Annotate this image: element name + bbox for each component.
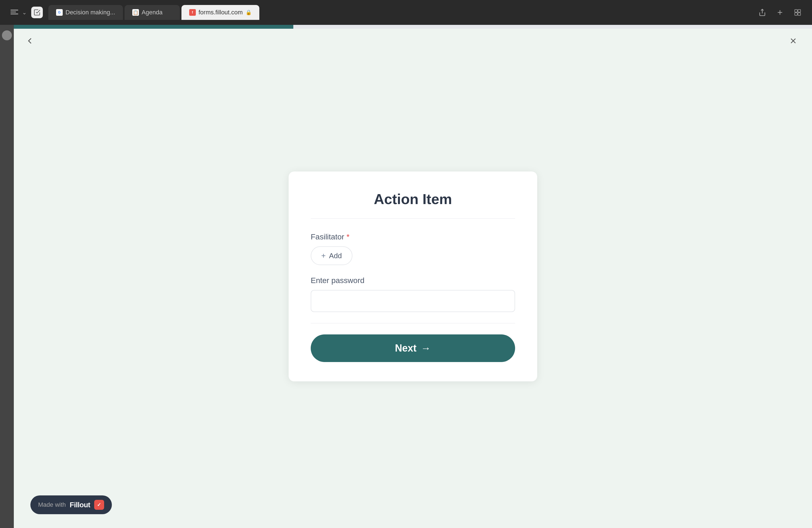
password-input[interactable] (311, 290, 515, 312)
close-button[interactable] (785, 33, 801, 48)
lock-icon: 🔒 (246, 10, 251, 15)
svg-rect-4 (798, 10, 800, 12)
fillout-badge[interactable]: Made with Fillout ✓ (30, 495, 112, 514)
form-title: Action Item (311, 191, 515, 219)
required-indicator: * (346, 233, 349, 241)
form-divider (311, 323, 515, 323)
app-icon (31, 6, 43, 18)
page-container: Action Item Fasilitator * + Add Enter (14, 25, 812, 528)
tab-label-3: forms.fillout.com (199, 9, 243, 16)
add-button-label: Add (329, 252, 342, 260)
next-button[interactable]: Next → (311, 334, 515, 362)
share-button[interactable] (756, 6, 768, 18)
browser-content: Action Item Fasilitator * + Add Enter (0, 25, 812, 528)
tab-fillout[interactable]: f forms.fillout.com 🔒 (182, 5, 259, 20)
sidebar-toggle-icon (11, 10, 18, 15)
sidebar-toggle-button[interactable] (8, 6, 20, 18)
fillout-brand-icon: ✓ (94, 500, 104, 510)
tab-agenda[interactable]: 📋 Agenda (125, 5, 180, 20)
svg-rect-6 (798, 13, 800, 15)
plus-icon: + (321, 251, 325, 260)
tabs-container: G Decision making... 📋 Agenda f forms.fi… (48, 5, 751, 20)
tab-favicon-google: G (56, 9, 63, 16)
user-avatar (2, 30, 12, 40)
form-background: Action Item Fasilitator * + Add Enter (14, 25, 812, 528)
svg-rect-5 (795, 13, 797, 15)
browser-chrome: ⌄ G Decision making... 📋 Agenda f forms.… (0, 0, 812, 25)
tab-favicon-notion: 📋 (132, 9, 139, 16)
sidebar-hint (0, 25, 14, 528)
browser-controls: ⌄ (8, 6, 43, 18)
svg-rect-3 (795, 10, 797, 12)
chevron-down-icon[interactable]: ⌄ (22, 9, 27, 16)
made-with-text: Made with (38, 501, 66, 509)
back-button[interactable] (22, 33, 38, 48)
password-field: Enter password (311, 276, 515, 312)
fasilitator-field: Fasilitator * + Add (311, 233, 515, 265)
next-button-label: Next (395, 342, 417, 354)
password-label: Enter password (311, 276, 515, 285)
progress-bar-fill (14, 25, 293, 29)
tab-decision-making[interactable]: G Decision making... (48, 5, 123, 20)
fillout-brand-text: Fillout (70, 501, 90, 509)
tab-favicon-fillout: f (189, 9, 196, 16)
tab-switcher-button[interactable] (792, 6, 804, 18)
progress-bar-container (14, 25, 812, 29)
browser-actions (756, 6, 804, 18)
add-fasilitator-button[interactable]: + Add (311, 246, 352, 265)
form-card: Action Item Fasilitator * + Add Enter (289, 172, 537, 381)
fasilitator-label: Fasilitator * (311, 233, 515, 241)
arrow-right-icon: → (421, 342, 431, 354)
new-tab-button[interactable] (774, 6, 786, 18)
tab-label-1: Decision making... (66, 9, 115, 16)
tab-label-2: Agenda (142, 9, 163, 16)
